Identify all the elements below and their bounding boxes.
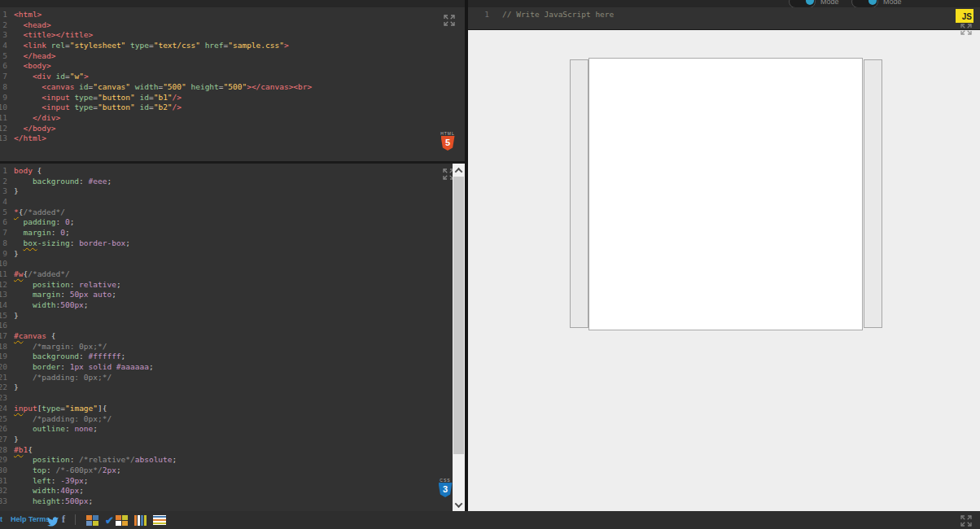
line-number: 12	[0, 124, 7, 134]
toggle-knob	[806, 0, 814, 5]
scrollbar-thumb[interactable]	[453, 177, 464, 454]
result-button-b2[interactable]	[864, 59, 882, 328]
code-line[interactable]: 15}	[0, 311, 465, 321]
js-editor-panel[interactable]: 1// Write JavaScript here	[468, 7, 980, 31]
code-line[interactable]: 18 /*margin: 0px;*/	[0, 342, 465, 352]
code-line[interactable]: 28#b1{	[0, 445, 465, 456]
code-text: body {	[14, 166, 465, 177]
code-text: }	[14, 383, 465, 393]
code-line[interactable]: 11#w{/*added*/	[0, 269, 465, 280]
code-line[interactable]: 16	[0, 321, 465, 331]
code-line[interactable]: 7 <div id="w">	[0, 72, 465, 82]
result-button-b1[interactable]	[570, 59, 588, 328]
code-text: }	[14, 435, 465, 445]
code-line[interactable]: 6 padding: 0;	[0, 217, 465, 228]
code-line[interactable]: 12 position: relative;	[0, 280, 465, 291]
code-line[interactable]: 8 <canvas id="canvas" width="500" height…	[0, 82, 465, 93]
code-text: padding: 0;	[14, 217, 465, 228]
line-number: 22	[0, 383, 7, 393]
code-line[interactable]: 24input[type="image"]{	[0, 404, 465, 414]
twitter-icon[interactable]	[47, 515, 59, 529]
line-number: 1	[0, 10, 7, 20]
html-code-area[interactable]: 1<html>2 <head>3 <title></title>4 <link …	[0, 7, 465, 144]
code-line[interactable]: 20 border: 1px solid #aaaaaa;	[0, 362, 465, 373]
code-line[interactable]: 22}	[0, 383, 465, 393]
code-line[interactable]: 17#canvas {	[0, 331, 465, 342]
code-line[interactable]: 25 /*padding: 0px;*/	[0, 414, 465, 425]
footer-link-help[interactable]: Help	[11, 515, 27, 523]
expand-icon[interactable]	[959, 514, 973, 527]
code-line[interactable]: 14 width:500px;	[0, 300, 465, 311]
code-line[interactable]: 31 left: -39px;	[0, 476, 465, 487]
code-line[interactable]: 27}	[0, 435, 465, 445]
scroll-down-button[interactable]	[453, 498, 465, 511]
code-text: <title></title>	[14, 30, 465, 41]
code-line[interactable]: 3}	[0, 186, 465, 197]
code-line[interactable]: 6 <body>	[0, 61, 465, 72]
chevron-down-icon	[455, 500, 463, 508]
code-text: // Write JavaScript here	[502, 10, 980, 20]
js-code-area[interactable]: 1// Write JavaScript here	[468, 7, 980, 20]
code-text: <body>	[14, 61, 465, 72]
code-line[interactable]: 10	[0, 259, 465, 269]
code-line[interactable]: 19 background: #ffffff;	[0, 352, 465, 362]
code-line[interactable]: 23	[0, 393, 465, 404]
code-text: /*margin: 0px;*/	[14, 342, 465, 352]
line-number: 5	[0, 51, 7, 62]
sponsor-logo-4[interactable]	[153, 515, 166, 525]
line-number: 6	[0, 217, 7, 228]
code-text: left: -39px;	[14, 476, 465, 487]
facebook-icon[interactable]: f	[62, 514, 65, 526]
result-canvas[interactable]	[588, 58, 863, 330]
code-line[interactable]: 21 /*padding: 0px;*/	[0, 373, 465, 383]
code-text: <head>	[14, 20, 465, 31]
code-line[interactable]: 29 position: /*relative*/absolute;	[0, 455, 465, 466]
code-line[interactable]: 9}	[0, 249, 465, 260]
scroll-up-button[interactable]	[453, 164, 465, 177]
expand-icon[interactable]	[959, 23, 973, 36]
result-panel	[468, 30, 980, 511]
code-line[interactable]: 3 <title></title>	[0, 30, 465, 41]
code-line[interactable]: 12 </body>	[0, 124, 465, 134]
sponsor-logo-1[interactable]	[86, 515, 98, 526]
code-line[interactable]: 9 <input type="button" id="b1"/>	[0, 93, 465, 103]
css-editor-panel[interactable]: 1body {2 background: #eee;3}45*{/*added*…	[0, 164, 465, 511]
code-line[interactable]: 5*{/*added*/	[0, 208, 465, 218]
html-editor-panel[interactable]: 1<html>2 <head>3 <title></title>4 <link …	[0, 7, 465, 161]
code-text: }	[14, 186, 465, 197]
expand-icon[interactable]	[442, 14, 457, 27]
code-line[interactable]: 11 </div>	[0, 113, 465, 124]
code-line[interactable]: 13 margin: 50px auto;	[0, 290, 465, 300]
sponsor-logo-2[interactable]: ✔	[105, 515, 128, 526]
code-line[interactable]: 5 </head>	[0, 51, 465, 62]
code-line[interactable]: 2 <head>	[0, 20, 465, 31]
css-scrollbar[interactable]	[453, 164, 465, 511]
code-line[interactable]: 2 background: #eee;	[0, 177, 465, 187]
code-line[interactable]: 7 margin: 0;	[0, 228, 465, 238]
code-text: margin: 0;	[14, 228, 465, 238]
code-line[interactable]: 26 outline: none;	[0, 424, 465, 435]
code-line[interactable]: 1body {	[0, 166, 465, 177]
code-text: }	[14, 249, 465, 260]
code-line[interactable]: 1// Write JavaScript here	[468, 10, 980, 20]
code-line[interactable]: 10 <input type="button" id="b2"/>	[0, 103, 465, 113]
code-playground-app: Mode Mode 1<html>2 <head>3 <title></titl…	[0, 0, 980, 529]
code-line[interactable]: 13</html>	[0, 133, 465, 144]
footer-divider	[75, 514, 76, 525]
code-line[interactable]: 32 width:40px;	[0, 486, 465, 496]
code-line[interactable]: 8 box-sizing: border-box;	[0, 238, 465, 249]
code-text: width:40px;	[14, 486, 465, 496]
line-number: 18	[0, 342, 7, 352]
css-code-area[interactable]: 1body {2 background: #eee;3}45*{/*added*…	[0, 164, 465, 507]
code-line[interactable]: 1<html>	[0, 10, 465, 20]
code-line[interactable]: 4	[0, 197, 465, 208]
line-number: 7	[0, 72, 7, 82]
line-number: 11	[0, 269, 7, 280]
line-number: 10	[0, 259, 7, 269]
code-text: <canvas id="canvas" width="500" height="…	[14, 82, 465, 93]
sponsor-logo-3[interactable]	[134, 515, 147, 526]
footer-link-clipped[interactable]: t	[0, 515, 2, 523]
code-line[interactable]: 33 height:500px;	[0, 496, 465, 507]
code-line[interactable]: 30 top: /*-600px*/2px;	[0, 466, 465, 476]
code-line[interactable]: 4 <link rel="stylesheet" type="text/css"…	[0, 41, 465, 51]
